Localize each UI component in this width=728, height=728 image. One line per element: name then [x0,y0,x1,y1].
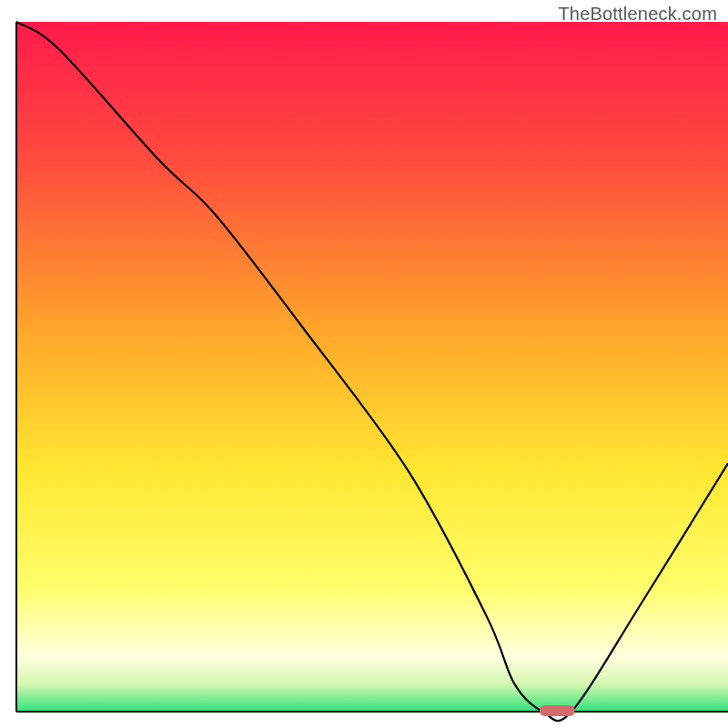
gradient-background [16,22,728,712]
watermark-text: TheBottleneck.com [558,4,717,25]
bottleneck-chart [0,0,728,728]
chart-container: TheBottleneck.com [0,0,728,728]
optimal-marker [540,705,575,716]
